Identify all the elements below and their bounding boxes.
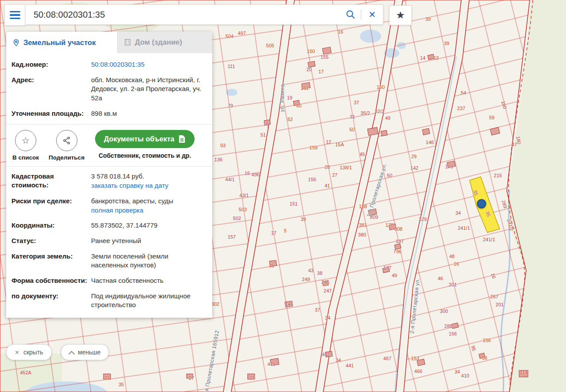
street-label: 1-я Пролетарская 165912	[203, 330, 220, 392]
parcel-number: 60	[296, 103, 302, 108]
parcel-number: 37	[354, 100, 359, 105]
parcel-number: 479	[268, 362, 275, 367]
parcel-number: 47	[512, 142, 517, 147]
document-icon	[178, 135, 186, 143]
parcel-number: 50	[387, 173, 392, 178]
parcel-number: 93	[220, 143, 226, 148]
field-label: Риски при сделке:	[11, 197, 91, 215]
collapse-panel-button[interactable]: меньше	[61, 344, 109, 360]
search-icon[interactable]	[346, 10, 356, 19]
parcel-number: 34	[455, 210, 461, 216]
parcel-number: 59	[489, 115, 494, 120]
parcel-number: 34	[336, 358, 341, 363]
parcel-number: 247	[324, 288, 332, 293]
tab-label: Земельный участок	[23, 38, 96, 47]
clear-search-icon[interactable]: ✕	[367, 9, 378, 20]
add-to-list-label: В список	[12, 154, 39, 161]
full-check-link[interactable]: полная проверка	[91, 206, 143, 214]
parcel-number: 5	[284, 228, 287, 233]
tab-building[interactable]: Дом (здание)	[117, 32, 212, 53]
field-value: Под индивидуальное жилищное строительств…	[91, 292, 206, 310]
street-label: 2-я Пролетарская ул.	[409, 278, 421, 334]
parcel-number: 241/1	[483, 237, 495, 242]
hamburger-icon	[10, 18, 20, 19]
parcel-number: 27	[189, 375, 194, 381]
parcel-number: 302	[211, 301, 219, 307]
field-value: Земли поселений (земли населенных пункто…	[91, 252, 206, 270]
parcel-number: 150	[307, 49, 315, 54]
parcel-number: 410	[461, 373, 469, 378]
field-value: 3 578 018.14 руб.	[91, 172, 144, 180]
map-marker[interactable]	[477, 199, 486, 209]
parcel-number: 151	[290, 201, 298, 206]
parcel-number: 146	[285, 301, 293, 307]
divider	[6, 166, 212, 167]
parcel-number: 201	[496, 302, 504, 307]
field-value: обл. Московская, р-н Истринский, г. Дедо…	[91, 76, 206, 103]
field-value: 898 кв.м	[91, 109, 117, 118]
parcel-number: 14	[420, 55, 425, 61]
parcel-number: 20	[306, 67, 312, 72]
parcel-number: 155	[321, 54, 329, 60]
street-label: ул. Разина	[279, 84, 285, 112]
object-documents-button[interactable]: Документы объекта	[95, 130, 195, 148]
field-label: Статус:	[11, 236, 91, 246]
parcel-number: 16	[245, 171, 250, 176]
parcel-number: 467	[383, 356, 391, 361]
tab-land-parcel[interactable]: Земельный участок	[6, 32, 117, 53]
object-info-panel: Земельный участок Дом (здание) Кад.номер…	[6, 32, 212, 318]
parcel-number: 177	[383, 265, 391, 270]
parcel-number: 49	[385, 115, 390, 121]
field-value: банкротства, аресты, суды	[91, 197, 173, 205]
parcel-number: 111	[228, 64, 235, 69]
field-value: Частная собственность	[91, 276, 164, 285]
parcel-number: 79	[228, 103, 233, 108]
field-row-risks: Риски при сделке: банкротства, аресты, с…	[11, 197, 206, 215]
parcel-number: 27	[332, 172, 337, 178]
parcel-number: 43/1	[239, 193, 249, 198]
parcel-number: 49	[392, 273, 397, 278]
parcel-number: 179	[445, 164, 453, 169]
parcel-number: 39	[444, 41, 449, 46]
favorites-button[interactable]: ★	[389, 5, 412, 25]
parcel-number: 29	[411, 154, 417, 159]
less-label: меньше	[78, 349, 100, 356]
add-to-list-button[interactable]: ☆	[15, 130, 36, 151]
parcel-number: 35/2	[360, 110, 370, 116]
parcel-number: 241/2	[506, 218, 515, 232]
parcel-number: 138/1	[340, 165, 352, 170]
share-label: Поделиться	[49, 154, 84, 161]
star-outline-icon: ☆	[22, 135, 30, 146]
hamburger-icon	[10, 11, 20, 13]
documents-caption: Собственник, стоимость и др.	[99, 152, 191, 159]
parcel-number: 19	[287, 95, 292, 100]
parcel-number: 50	[349, 127, 355, 132]
search-input[interactable]	[33, 9, 346, 20]
parcel-number: 809	[370, 214, 378, 220]
parcel-number: 31	[104, 375, 110, 381]
order-certificate-link[interactable]: заказать справку на дату	[91, 182, 168, 189]
parcel-number: 16	[338, 29, 343, 34]
building-icon	[124, 38, 131, 46]
field-value: 55.873502, 37.144779	[91, 221, 157, 230]
menu-button[interactable]	[4, 4, 26, 26]
cad-number-link[interactable]: 50:08:0020301:35	[91, 61, 145, 68]
parcel-number: 16	[454, 261, 459, 266]
parcel-number: 18	[263, 121, 268, 126]
tab-label: Дом (здание)	[135, 38, 182, 46]
parcel-number: 56	[482, 355, 487, 361]
divider	[6, 124, 212, 125]
parcel-number: 48	[449, 254, 455, 259]
parcel-number: 245	[321, 279, 329, 285]
parcel-number: 53	[433, 55, 439, 61]
parcel-number: 95	[470, 345, 477, 352]
parcel-number: 300	[440, 308, 448, 314]
share-button[interactable]	[56, 130, 77, 151]
parcel-number: 114	[520, 370, 528, 375]
field-label: Категория земель:	[11, 252, 91, 270]
actions-row: ☆ В список Поделиться Документы объе	[12, 130, 206, 161]
chevron-up-icon	[69, 351, 74, 355]
hide-panel-button[interactable]: ✕ скрыть	[6, 344, 52, 360]
parcel-number: 35	[473, 190, 479, 196]
parcel-number: 156	[449, 331, 457, 336]
